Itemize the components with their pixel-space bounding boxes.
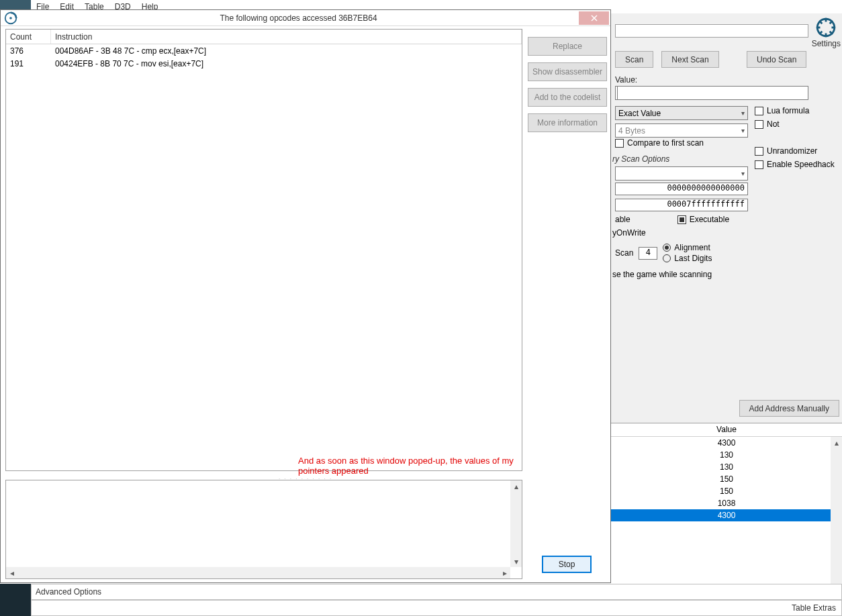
row-count: 191 (6, 59, 51, 68)
value-column-header[interactable]: Value (611, 423, 842, 436)
not-label: Not (767, 119, 780, 129)
copyonwrite-label: yOnWrite (612, 228, 646, 238)
more-information-button[interactable]: More information (528, 113, 607, 132)
speedhack-label: Enable Speedhack (767, 160, 835, 169)
last-digits-radio[interactable]: Last Digits (663, 254, 712, 263)
scrollbar-vertical[interactable]: ▴ ▾ (510, 480, 522, 567)
opcode-dialog: The following opcodes accessed 36B7EB64 … (0, 9, 611, 583)
value-type-value: 4 Bytes (618, 126, 645, 136)
address-start-input[interactable]: 0000000000000000 (615, 183, 748, 195)
unrandomizer-label: Unrandomizer (767, 146, 817, 156)
advanced-options-bar[interactable]: Advanced Options (31, 584, 842, 600)
not-checkbox[interactable]: Not (755, 119, 780, 129)
app-stub-strip (0, 0, 31, 9)
result-row[interactable]: 130 (611, 461, 842, 473)
writable-label: able (615, 215, 630, 224)
result-row[interactable]: 130 (611, 449, 842, 461)
advanced-options-label: Advanced Options (36, 587, 101, 597)
result-row[interactable]: 4300 (611, 509, 842, 521)
alignment-radio[interactable]: Alignment (663, 243, 712, 252)
dialog-button-column: Replace Show disassembler Add to the cod… (528, 37, 607, 132)
scroll-up-icon[interactable]: ▴ (831, 437, 842, 448)
value-type-select[interactable]: 4 Bytes ▾ (615, 123, 748, 138)
chevron-down-icon: ▾ (741, 109, 745, 117)
executable-label: Executable (690, 215, 729, 224)
scroll-down-icon[interactable]: ▾ (510, 556, 522, 567)
results-panel: Value 430013013015015010384300 ▴ ▾ (611, 423, 842, 600)
results-scrollbar[interactable]: ▴ ▾ (831, 437, 842, 600)
add-address-manually-button[interactable]: Add Address Manually (739, 400, 839, 417)
fast-scan-label: Scan (615, 248, 633, 258)
executable-checkbox[interactable]: Executable (677, 215, 729, 224)
result-row[interactable]: 4300 (611, 437, 842, 449)
next-scan-button[interactable]: Next Scan (661, 51, 718, 68)
undo-scan-button[interactable]: Undo Scan (747, 51, 806, 68)
table-extras-bar[interactable]: Table Extras (31, 600, 842, 616)
close-button[interactable] (579, 11, 609, 25)
alignment-label: Alignment (674, 243, 710, 252)
dialog-title: The following opcodes accessed 36B7EB64 (18, 13, 579, 23)
col-count[interactable]: Count (6, 30, 51, 44)
info-panel: ▴ ▾ ◂ ▸ (5, 480, 522, 579)
svg-point-1 (9, 17, 12, 19)
add-to-codelist-button[interactable]: Add to the codelist (528, 88, 607, 107)
show-disassembler-button[interactable]: Show disassembler (528, 62, 607, 81)
compare-first-label: Compare to first scan (627, 138, 704, 148)
results-rows: 430013013015015010384300 (611, 437, 842, 521)
value-label: Value: (615, 75, 637, 85)
lua-formula-checkbox[interactable]: Lua formula (755, 106, 809, 115)
annotation-text: And as soon as this window poped-up, the… (298, 456, 522, 476)
chevron-down-icon: ▾ (741, 170, 745, 177)
scan-options-label: ry Scan Options (612, 154, 669, 164)
scrollbar-horizontal[interactable]: ◂ ▸ (6, 567, 510, 578)
value-input[interactable] (615, 86, 808, 100)
settings-button[interactable]: Settings (812, 16, 841, 48)
table-extras-label: Table Extras (792, 603, 836, 613)
unrandomizer-checkbox[interactable]: Unrandomizer (755, 146, 817, 156)
first-scan-button[interactable]: Scan (615, 51, 653, 68)
scroll-up-icon[interactable]: ▴ (510, 480, 522, 492)
stop-button[interactable]: Stop (542, 556, 592, 573)
replace-button[interactable]: Replace (528, 37, 607, 56)
close-icon (591, 15, 598, 21)
scan-type-value: Exact Value (618, 109, 661, 118)
scan-buttons: Scan Next Scan (615, 51, 719, 68)
opcode-row[interactable]: 376004D86AF - 3B 48 7C - cmp ecx,[eax+7C… (6, 44, 522, 57)
address-stop-input[interactable]: 00007fffffffffff (615, 199, 748, 211)
chevron-down-icon: ▾ (741, 127, 745, 134)
cheat-engine-panel: Settings Scan Next Scan Undo Scan Value:… (611, 13, 842, 616)
result-row[interactable]: 150 (611, 485, 842, 497)
results-header: Value (611, 423, 842, 437)
preset-select[interactable]: ▾ (615, 166, 748, 181)
dialog-titlebar: The following opcodes accessed 36B7EB64 (1, 10, 610, 26)
opcode-header: Count Instruction (6, 30, 522, 44)
opcode-list[interactable]: Count Instruction 376004D86AF - 3B 48 7C… (5, 29, 522, 471)
process-box[interactable] (615, 24, 808, 38)
app-icon (3, 11, 18, 25)
settings-label: Settings (812, 39, 841, 48)
lua-formula-label: Lua formula (767, 106, 809, 115)
opcode-rows: 376004D86AF - 3B 48 7C - cmp ecx,[eax+7C… (6, 44, 522, 70)
last-digits-label: Last Digits (674, 254, 712, 263)
pause-game-label: se the game while scanning (612, 270, 712, 279)
row-instruction: 004D86AF - 3B 48 7C - cmp ecx,[eax+7C] (51, 46, 522, 56)
gear-icon (814, 16, 837, 39)
scroll-left-icon[interactable]: ◂ (6, 567, 17, 578)
compare-first-checkbox[interactable]: Compare to first scan (615, 138, 704, 148)
speedhack-checkbox[interactable]: Enable Speedhack (755, 160, 835, 169)
dialog-body: Count Instruction 376004D86AF - 3B 48 7C… (1, 26, 610, 582)
col-instruction[interactable]: Instruction (51, 30, 522, 44)
row-count: 376 (6, 46, 51, 56)
opcode-row[interactable]: 19100424EFB - 8B 70 7C - mov esi,[eax+7C… (6, 57, 522, 70)
taskbar-stub (0, 584, 31, 616)
result-row[interactable]: 1038 (611, 497, 842, 509)
result-row[interactable]: 150 (611, 473, 842, 485)
scan-type-select[interactable]: Exact Value ▾ (615, 106, 748, 120)
fast-scan-value[interactable]: 4 (639, 247, 657, 260)
scroll-right-icon[interactable]: ▸ (499, 567, 510, 578)
row-instruction: 00424EFB - 8B 70 7C - mov esi,[eax+7C] (51, 59, 522, 68)
